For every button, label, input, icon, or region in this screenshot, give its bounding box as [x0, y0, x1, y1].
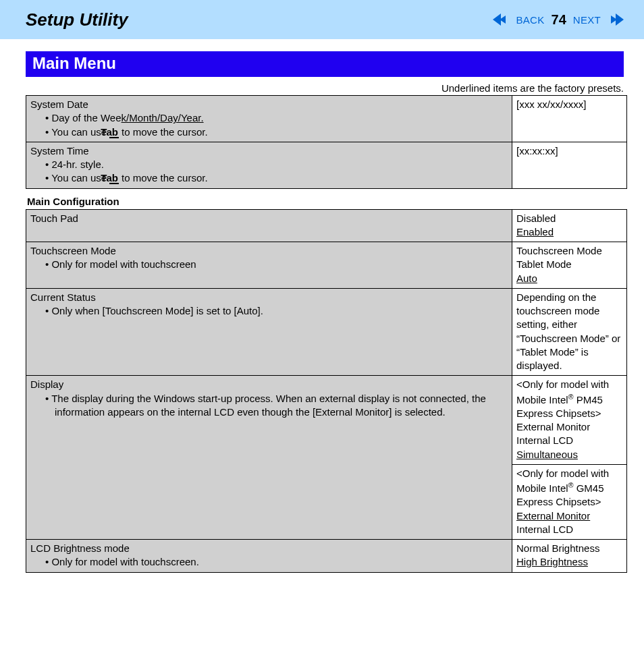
row-title: Display — [30, 378, 63, 390]
display-desc: Display The display during the Windows s… — [26, 376, 512, 540]
back-link[interactable]: BACK — [516, 14, 544, 26]
table-row: Touch Pad Disabled Enabled — [26, 209, 627, 242]
display-value-pm45: <Only for model with Mobile Intel® PM45 … — [512, 376, 627, 465]
table-row: System Time 24-hr. style. You can use Ta… — [26, 142, 627, 188]
table-row: Display The display during the Windows s… — [26, 376, 627, 465]
list-item: You can use Tab to move the cursor. — [45, 125, 508, 139]
table-row: LCD Brightness mode Only for model with … — [26, 540, 627, 573]
row-title: Touchscreen Mode — [30, 245, 116, 256]
list-item: You can use Tab to move the cursor. — [45, 171, 508, 185]
page-title: Setup Utility — [26, 9, 128, 30]
list-item: Only for model with touchscreen — [45, 258, 508, 271]
list-item: Day of the Week/Month/Day/Year. — [45, 111, 508, 125]
current-status-value: Depending on the touchscreen mode settin… — [512, 288, 627, 376]
system-time-value: [xx:xx:xx] — [512, 142, 627, 188]
factory-preset-note: Underlined items are the factory presets… — [26, 82, 624, 94]
lcd-brightness-desc: LCD Brightness mode Only for model with … — [26, 540, 512, 573]
page-number: 74 — [552, 12, 566, 28]
row-title: System Time — [30, 145, 89, 157]
display-value-gm45: <Only for model with Mobile Intel® GM45 … — [512, 464, 627, 539]
content-area: Main Menu Underlined items are the facto… — [0, 39, 644, 573]
touchscreen-mode-desc: Touchscreen Mode Only for model with tou… — [26, 242, 512, 289]
page-header: Setup Utility BACK 74 NEXT — [0, 0, 644, 39]
list-item: 24-hr. style. — [45, 158, 508, 171]
tab-key-icon: Tab — [109, 173, 119, 184]
tab-key-icon: Tab — [109, 127, 119, 138]
touchpad-desc: Touch Pad — [26, 209, 512, 242]
system-date-value: [xxx xx/xx/xxxx] — [512, 96, 627, 142]
next-arrow-icon[interactable] — [605, 13, 624, 26]
page-nav: BACK 74 NEXT — [493, 12, 624, 28]
table-row: Current Status Only when [Touchscreen Mo… — [26, 288, 627, 376]
touchscreen-mode-value: Touchscreen Mode Tablet Mode Auto — [512, 242, 627, 289]
next-link[interactable]: NEXT — [573, 14, 601, 26]
list-item: Only for model with touchscreen. — [45, 555, 508, 569]
current-status-desc: Current Status Only when [Touchscreen Mo… — [26, 288, 512, 376]
row-title: Current Status — [30, 291, 96, 303]
list-item: Only when [Touchscreen Mode] is set to [… — [45, 304, 508, 318]
row-title: System Date — [30, 99, 88, 110]
list-item: The display during the Windows start-up … — [45, 392, 508, 420]
system-table: System Date Day of the Week/Month/Day/Ye… — [26, 95, 627, 189]
table-row: Touchscreen Mode Only for model with tou… — [26, 242, 627, 289]
main-configuration-heading: Main Configuration — [27, 196, 624, 207]
config-table: Touch Pad Disabled Enabled Touchscreen M… — [26, 209, 627, 573]
table-row: System Date Day of the Week/Month/Day/Ye… — [26, 96, 627, 142]
lcd-brightness-value: Normal Brightness High Brightness — [512, 540, 627, 573]
system-date-desc: System Date Day of the Week/Month/Day/Ye… — [26, 96, 512, 142]
system-time-desc: System Time 24-hr. style. You can use Ta… — [26, 142, 512, 188]
touchpad-value: Disabled Enabled — [512, 209, 627, 242]
section-title: Main Menu — [26, 51, 624, 77]
row-title: LCD Brightness mode — [30, 542, 130, 554]
back-arrow-icon[interactable] — [493, 13, 512, 26]
